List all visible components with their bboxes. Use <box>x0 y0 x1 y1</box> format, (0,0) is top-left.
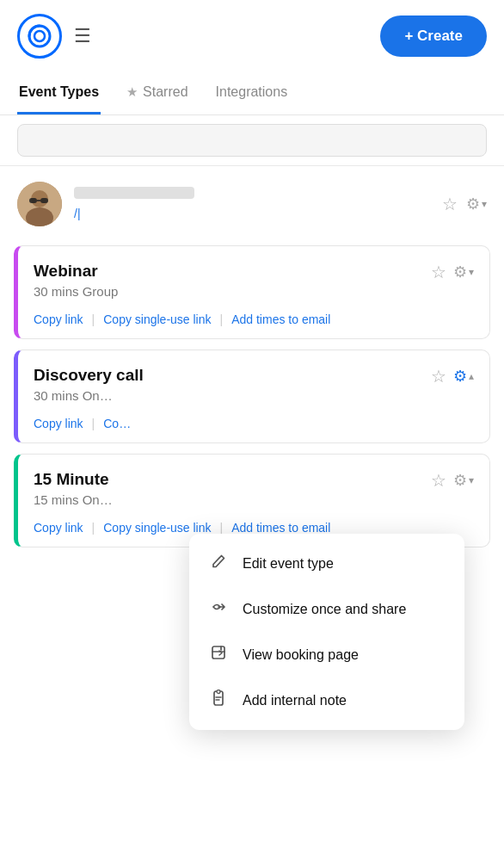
webinar-meta: 30 mins Group <box>34 284 118 299</box>
fifteen-min-star-button[interactable]: ☆ <box>431 470 446 491</box>
webinar-add-times-button[interactable]: Add times to email <box>231 312 330 326</box>
separator: | <box>92 521 95 535</box>
discovery-title: Discovery call <box>34 366 144 385</box>
fifteen-min-card-icons: ☆ ⚙ ▾ <box>431 470 474 491</box>
user-star-button[interactable]: ☆ <box>442 194 458 214</box>
chevron-down-icon: ▾ <box>469 474 474 486</box>
discovery-call-event-card: Discovery call 30 mins On… ☆ ⚙ ▴ Copy li… <box>14 349 490 443</box>
hamburger-icon[interactable]: ☰ <box>74 25 91 47</box>
webinar-copy-single-use-link-button[interactable]: Copy single-use link <box>103 312 211 326</box>
user-name-blurred <box>74 187 194 199</box>
tab-event-types[interactable]: Event Types <box>17 72 101 114</box>
discovery-meta: 30 mins On… <box>34 388 144 403</box>
webinar-title: Webinar <box>34 262 118 281</box>
webinar-event-card: Webinar 30 mins Group ☆ ⚙ ▾ Copy link | … <box>14 245 490 339</box>
user-info: /| <box>74 187 430 221</box>
fifteen-min-copy-single-use-button[interactable]: Copy single-use link <box>103 521 211 535</box>
svg-rect-8 <box>212 646 224 659</box>
user-link[interactable]: /| <box>74 207 81 220</box>
dropdown-customize-share[interactable]: Customize once and share <box>189 586 464 632</box>
star-icon: ★ <box>126 84 138 100</box>
tab-event-types-label: Event Types <box>19 84 99 100</box>
customize-share-icon <box>208 598 229 620</box>
discovery-card-icons: ☆ ⚙ ▴ <box>431 366 474 387</box>
dropdown-view-booking-label: View booking page <box>243 647 359 663</box>
header-left: ☰ <box>17 14 91 59</box>
discovery-actions-row: Copy link | Co… <box>34 417 474 430</box>
discovery-copy-single-use-button[interactable]: Co… <box>103 417 131 430</box>
user-gear-button[interactable]: ⚙ ▾ <box>466 195 487 213</box>
fifteen-min-actions-row: Copy link | Copy single-use link | Add t… <box>34 521 474 535</box>
svg-point-1 <box>34 31 45 41</box>
fifteen-min-copy-link-button[interactable]: Copy link <box>34 521 83 535</box>
dropdown-menu: Edit event type Customize once and share… <box>189 534 464 730</box>
create-button[interactable]: + Create <box>380 15 487 57</box>
tab-integrations[interactable]: Integrations <box>214 72 290 114</box>
webinar-card-info: Webinar 30 mins Group <box>34 262 118 299</box>
dropdown-view-booking-page[interactable]: View booking page <box>189 632 464 677</box>
dropdown-customize-label: Customize once and share <box>243 602 406 617</box>
user-section: /| ☆ ⚙ ▾ <box>0 166 504 235</box>
tab-starred[interactable]: ★ Starred <box>125 72 189 114</box>
fifteen-min-title: 15 Minute <box>34 470 113 489</box>
header: ☰ + Create <box>0 0 504 72</box>
discovery-card-info: Discovery call 30 mins On… <box>34 366 144 403</box>
webinar-actions-row: Copy link | Copy single-use link | Add t… <box>34 312 474 326</box>
dropdown-edit-event-type[interactable]: Edit event type <box>189 541 464 586</box>
discovery-gear-button[interactable]: ⚙ ▴ <box>453 367 474 386</box>
edit-icon <box>208 553 229 574</box>
search-bar[interactable] <box>17 124 487 157</box>
separator: | <box>220 521 224 535</box>
separator: | <box>220 312 224 326</box>
fifteen-min-meta: 15 mins On… <box>34 492 113 507</box>
fifteen-min-gear-button[interactable]: ⚙ ▾ <box>453 471 474 490</box>
fifteen-min-card-header: 15 Minute 15 mins On… ☆ ⚙ ▾ <box>34 470 474 507</box>
search-area <box>0 115 504 166</box>
fifteen-min-card-info: 15 Minute 15 mins On… <box>34 470 113 507</box>
webinar-card-header: Webinar 30 mins Group ☆ ⚙ ▾ <box>34 262 474 299</box>
webinar-card-icons: ☆ ⚙ ▾ <box>431 262 474 282</box>
user-action-buttons: ☆ ⚙ ▾ <box>442 194 487 214</box>
svg-rect-5 <box>29 198 37 203</box>
view-booking-icon <box>208 644 229 665</box>
separator: | <box>92 417 95 430</box>
tab-starred-label: Starred <box>143 84 187 100</box>
dropdown-add-note-label: Add internal note <box>243 693 347 708</box>
chevron-up-icon: ▴ <box>469 370 474 382</box>
webinar-gear-button[interactable]: ⚙ ▾ <box>453 263 474 281</box>
tab-bar: Event Types ★ Starred Integrations <box>0 72 504 115</box>
svg-point-10 <box>217 690 220 694</box>
chevron-down-icon: ▾ <box>469 266 474 278</box>
avatar <box>17 182 62 226</box>
webinar-copy-link-button[interactable]: Copy link <box>34 312 83 326</box>
discovery-copy-link-button[interactable]: Copy link <box>34 417 83 430</box>
tab-integrations-label: Integrations <box>216 84 288 100</box>
fifteen-min-add-times-button[interactable]: Add times to email <box>231 521 330 535</box>
avatar-image <box>17 182 62 226</box>
dropdown-edit-label: Edit event type <box>243 556 334 572</box>
svg-rect-6 <box>40 198 48 203</box>
add-note-icon <box>208 690 229 711</box>
dropdown-add-internal-note[interactable]: Add internal note <box>189 677 464 723</box>
discovery-star-button[interactable]: ☆ <box>431 366 446 387</box>
webinar-star-button[interactable]: ☆ <box>431 262 446 282</box>
logo-icon[interactable] <box>17 14 62 59</box>
discovery-card-header: Discovery call 30 mins On… ☆ ⚙ ▴ <box>34 366 474 403</box>
chevron-down-icon: ▾ <box>482 198 487 210</box>
separator: | <box>92 312 95 326</box>
